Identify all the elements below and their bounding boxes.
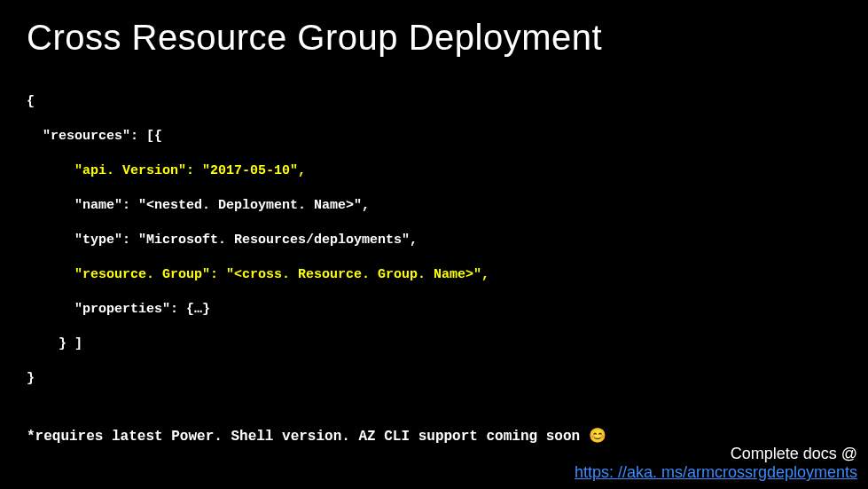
code-key-resourcegroup: "resource. Group":	[27, 267, 226, 282]
docs-link[interactable]: https: //aka. ms/armcrossrgdeployments	[575, 463, 857, 481]
code-line-resourcegroup: "resource. Group": "<cross. Resource. Gr…	[27, 266, 841, 284]
note-text-content: *requires latest Power. Shell version. A…	[27, 429, 589, 445]
code-line-type: "type": "Microsoft. Resources/deployment…	[27, 232, 841, 249]
code-val-resourcegroup: "<cross. Resource. Group. Name>",	[226, 267, 489, 282]
code-block: { "resources": [{ "api. Version": "2017-…	[0, 67, 868, 414]
smiley-icon: 😊	[589, 429, 606, 445]
code-line-close: }	[27, 370, 841, 388]
code-key-apiversion: "api. Version":	[27, 163, 202, 178]
code-line-properties: "properties": {…}	[27, 301, 841, 319]
code-line-apiversion: "api. Version": "2017-05-10",	[27, 162, 841, 180]
footer-label: Complete docs @	[731, 445, 857, 462]
code-val-apiversion: "2017-05-10",	[202, 163, 306, 178]
code-line-resources: "resources": [{	[27, 128, 841, 146]
slide-title: Cross Resource Group Deployment	[0, 0, 868, 67]
code-line-open: {	[27, 93, 841, 111]
code-line-close-inner: } ]	[27, 335, 841, 353]
code-line-name: "name": "<nested. Deployment. Name>",	[27, 197, 841, 215]
footer: Complete docs @ https: //aka. ms/armcros…	[575, 445, 857, 482]
